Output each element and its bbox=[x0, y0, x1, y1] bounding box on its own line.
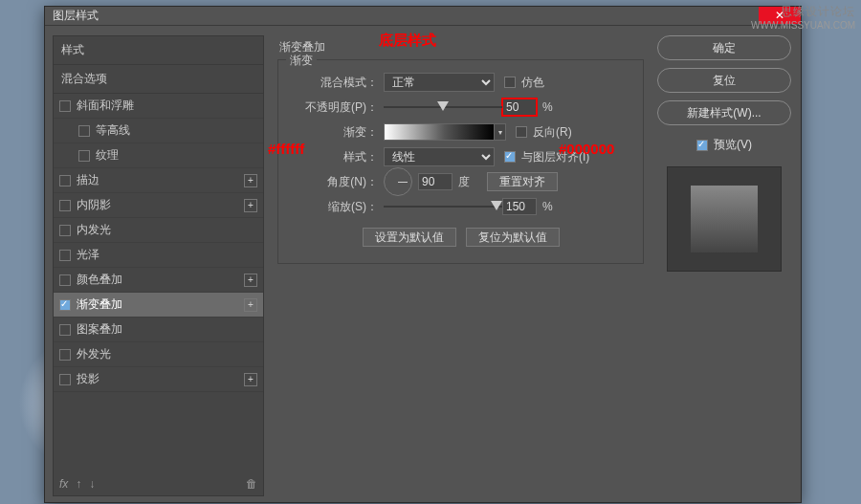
cancel-button[interactable]: 复位 bbox=[657, 68, 791, 93]
section-title: 渐变叠加 bbox=[279, 39, 646, 55]
preview-checkbox[interactable] bbox=[696, 140, 708, 151]
align-checkbox[interactable] bbox=[504, 151, 516, 163]
plus-icon[interactable]: + bbox=[244, 199, 257, 212]
blend-options-header[interactable]: 混合选项 bbox=[54, 65, 263, 94]
style-item-checkbox[interactable] bbox=[78, 125, 90, 137]
arrow-down-icon[interactable]: ↓ bbox=[89, 477, 95, 491]
plus-icon[interactable]: + bbox=[244, 274, 257, 287]
style-item[interactable]: 内阴影+ bbox=[54, 193, 263, 218]
layer-style-dialog: 图层样式 ✕ 样式 混合选项 斜面和浮雕等高线纹理描边+内阴影+内发光光泽颜色叠… bbox=[44, 6, 802, 503]
style-item[interactable]: 纹理 bbox=[54, 143, 263, 168]
scale-input[interactable] bbox=[502, 198, 537, 215]
gradient-label: 渐变： bbox=[284, 124, 378, 141]
style-item-label: 内发光 bbox=[77, 222, 111, 238]
opacity-label: 不透明度(P)： bbox=[284, 99, 378, 116]
reverse-label: 反向(R) bbox=[533, 124, 572, 141]
style-item-checkbox[interactable] bbox=[78, 150, 90, 162]
style-item-checkbox[interactable] bbox=[59, 100, 71, 112]
scale-label: 缩放(S)： bbox=[284, 199, 378, 215]
style-item-label: 颜色叠加 bbox=[77, 272, 122, 288]
style-item-checkbox[interactable] bbox=[59, 250, 71, 261]
scale-slider[interactable] bbox=[384, 200, 502, 213]
style-item-checkbox[interactable] bbox=[59, 175, 71, 186]
style-item[interactable]: 外发光 bbox=[54, 342, 263, 367]
styles-header[interactable]: 样式 bbox=[54, 36, 263, 65]
style-item-label: 内阴影 bbox=[77, 197, 111, 213]
style-item-label: 描边 bbox=[77, 172, 99, 188]
angle-input[interactable] bbox=[418, 173, 453, 190]
style-label: 样式： bbox=[284, 149, 378, 165]
reverse-checkbox[interactable] bbox=[516, 126, 527, 138]
style-item-label: 图案叠加 bbox=[77, 321, 122, 338]
dialog-title: 图层样式 bbox=[53, 8, 99, 24]
list-footer: fx ↑ ↓ 🗑 bbox=[54, 472, 263, 495]
dither-checkbox[interactable] bbox=[504, 77, 516, 88]
style-item-label: 纹理 bbox=[96, 147, 119, 164]
angle-dial[interactable] bbox=[384, 167, 412, 196]
style-item-checkbox[interactable] bbox=[59, 324, 71, 336]
angle-label: 角度(N)： bbox=[284, 174, 378, 190]
style-item-label: 外发光 bbox=[77, 346, 111, 362]
trash-icon[interactable]: 🗑 bbox=[246, 477, 257, 491]
style-item-checkbox[interactable] bbox=[59, 374, 71, 385]
titlebar[interactable]: 图层样式 ✕ bbox=[45, 7, 801, 26]
plus-icon[interactable]: + bbox=[244, 373, 257, 386]
style-item[interactable]: 等高线 bbox=[54, 119, 263, 143]
dither-label: 仿色 bbox=[521, 75, 544, 91]
style-item-checkbox[interactable] bbox=[59, 225, 71, 236]
opacity-suffix: % bbox=[542, 100, 553, 114]
style-item[interactable]: 图案叠加 bbox=[54, 318, 263, 342]
reset-default-button[interactable]: 复位为默认值 bbox=[466, 228, 560, 247]
reset-align-button[interactable]: 重置对齐 bbox=[487, 172, 558, 191]
gradient-preview[interactable] bbox=[384, 123, 495, 141]
fx-icon[interactable]: fx bbox=[59, 477, 68, 491]
arrow-up-icon[interactable]: ↑ bbox=[76, 477, 81, 491]
fieldset-legend: 渐变 bbox=[286, 53, 317, 69]
new-style-button[interactable]: 新建样式(W)... bbox=[657, 100, 791, 125]
scale-suffix: % bbox=[542, 200, 553, 213]
style-item-checkbox[interactable] bbox=[59, 200, 71, 211]
angle-suffix: 度 bbox=[458, 174, 470, 190]
style-item-label: 斜面和浮雕 bbox=[77, 98, 134, 114]
style-item[interactable]: 光泽 bbox=[54, 243, 263, 268]
preview-swatch bbox=[691, 186, 758, 252]
style-item[interactable]: 内发光 bbox=[54, 218, 263, 243]
blend-mode-select[interactable]: 正常 bbox=[384, 73, 495, 92]
preview-box bbox=[667, 166, 782, 272]
style-item-checkbox[interactable] bbox=[59, 299, 71, 311]
align-label: 与图层对齐(I) bbox=[521, 149, 589, 165]
opacity-slider[interactable] bbox=[384, 100, 502, 114]
blend-mode-label: 混合模式： bbox=[284, 75, 378, 91]
ok-button[interactable]: 确定 bbox=[657, 35, 791, 60]
style-item[interactable]: 颜色叠加+ bbox=[54, 268, 263, 293]
style-item[interactable]: 渐变叠加+ bbox=[54, 293, 263, 318]
opacity-input[interactable] bbox=[502, 99, 537, 116]
plus-icon[interactable]: + bbox=[244, 298, 257, 312]
style-item-checkbox[interactable] bbox=[59, 349, 71, 361]
gradient-dropdown[interactable]: ▾ bbox=[495, 123, 506, 141]
style-item[interactable]: 投影+ bbox=[54, 367, 263, 392]
style-item-label: 投影 bbox=[77, 371, 99, 387]
watermark: 思缘设计论坛 WWW.MISSYUAN.COM bbox=[751, 4, 855, 31]
set-default-button[interactable]: 设置为默认值 bbox=[363, 228, 456, 247]
style-item-label: 等高线 bbox=[96, 122, 130, 139]
style-item-label: 光泽 bbox=[77, 247, 99, 263]
style-item[interactable]: 描边+ bbox=[54, 168, 263, 193]
styles-list: 样式 混合选项 斜面和浮雕等高线纹理描边+内阴影+内发光光泽颜色叠加+渐变叠加+… bbox=[53, 35, 264, 496]
preview-label: 预览(V) bbox=[714, 137, 752, 153]
style-item[interactable]: 斜面和浮雕 bbox=[54, 94, 263, 119]
plus-icon[interactable]: + bbox=[244, 174, 257, 187]
style-select[interactable]: 线性 bbox=[384, 147, 495, 166]
style-item-checkbox[interactable] bbox=[59, 274, 71, 286]
style-item-label: 渐变叠加 bbox=[77, 296, 122, 313]
